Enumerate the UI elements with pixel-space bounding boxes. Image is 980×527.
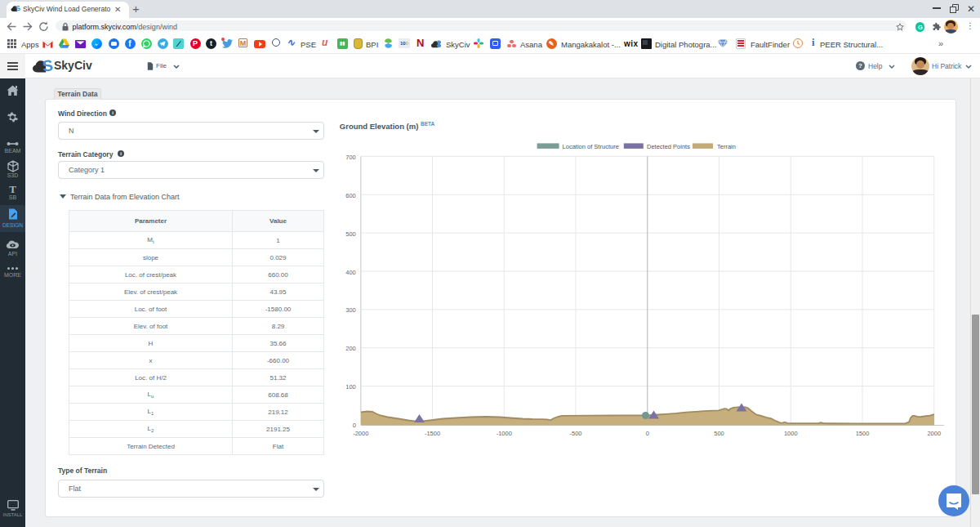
svg-text:Location of Structure: Location of Structure xyxy=(563,143,619,150)
svg-text:Terrain: Terrain xyxy=(717,143,736,150)
svg-text:S: S xyxy=(42,57,54,75)
svg-text:-1000: -1000 xyxy=(497,430,512,437)
svg-text:0: 0 xyxy=(646,430,649,437)
svg-text:700: 700 xyxy=(345,154,356,161)
svg-text:400: 400 xyxy=(345,269,356,276)
svg-text:300: 300 xyxy=(345,306,356,314)
svg-text:Detected Points: Detected Points xyxy=(647,143,690,150)
svg-text:500: 500 xyxy=(714,430,724,437)
svg-text:100: 100 xyxy=(345,383,356,391)
svg-text:1500: 1500 xyxy=(856,430,870,437)
svg-text:-1500: -1500 xyxy=(425,430,440,437)
svg-text:0: 0 xyxy=(353,422,356,429)
svg-text:500: 500 xyxy=(345,230,356,238)
svg-text:200: 200 xyxy=(345,345,356,352)
svg-text:BETA: BETA xyxy=(421,121,435,127)
svg-text:-500: -500 xyxy=(569,430,581,437)
svg-text:2000: 2000 xyxy=(927,430,941,437)
svg-text:-2000: -2000 xyxy=(353,430,368,437)
svg-text:1000: 1000 xyxy=(784,430,798,437)
svg-text:S: S xyxy=(15,4,20,13)
svg-text:600: 600 xyxy=(345,192,356,199)
svg-text:Ground Elevation (m): Ground Elevation (m) xyxy=(340,122,419,131)
